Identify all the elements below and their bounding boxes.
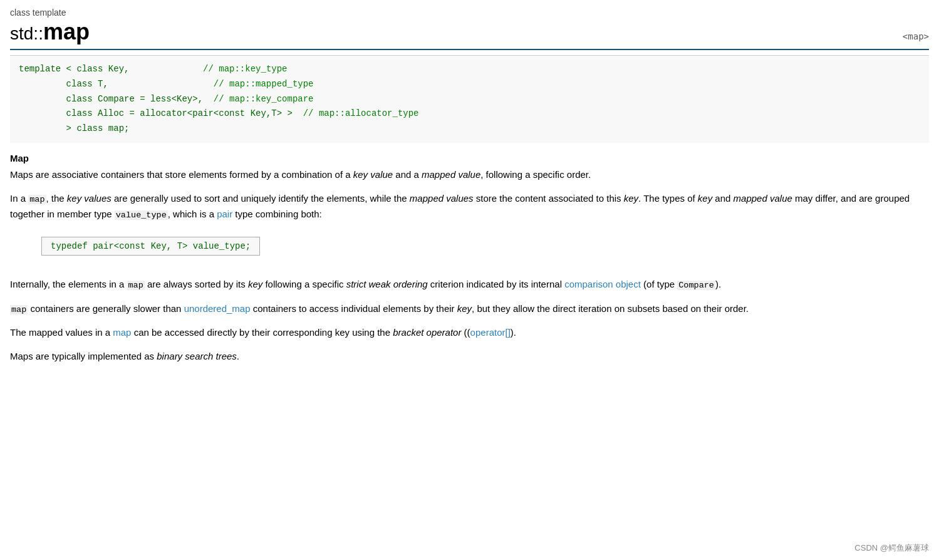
p3-text2: are always sorted by its (145, 279, 248, 289)
p2-mapped-value2: mapped value (734, 193, 792, 204)
paragraph-2: In a map, the key values are generally u… (10, 191, 929, 222)
p2-key-values: key values (67, 193, 112, 204)
p5-text2: can be accessed directly by their corres… (131, 327, 393, 338)
p2-text2: , the (46, 193, 67, 204)
p2-pair-link[interactable]: pair (217, 209, 232, 219)
paragraph-3: Internally, the elements in a map are al… (10, 277, 929, 293)
p3-key: key (248, 279, 262, 289)
p5-bracket-op: bracket operator (393, 327, 461, 338)
p4-unordered-map-link[interactable]: unordered_map (184, 303, 251, 314)
p5-text1: The mapped values in a (10, 327, 113, 338)
p5-text4: ). (511, 327, 516, 338)
p3-comparison-link[interactable]: comparison object (564, 279, 641, 289)
p2-text8: , which is a (168, 209, 217, 219)
p2-map-code: map (28, 195, 46, 204)
p3-text1: Internally, the elements in a (10, 279, 127, 289)
typedef-box-container: typedef pair<const Key, T> value_type; (10, 231, 929, 268)
p3-map-code: map (127, 281, 145, 290)
p1-text2: and a (393, 169, 422, 180)
p1-text3: , following a specific order. (480, 169, 591, 180)
paragraph-4: map containers are generally slower than… (10, 301, 929, 317)
paragraph-6: Maps are typically implemented as binary… (10, 349, 929, 364)
p4-text2: containers to access individual elements… (251, 303, 457, 314)
p5-operator-link[interactable]: operator[] (470, 327, 511, 338)
p3-compare-code: Compare (677, 281, 715, 290)
p4-text3: , but they allow the direct iteration on… (472, 303, 749, 314)
p3-swo: strict weak ordering (346, 279, 428, 289)
std-prefix: std:: (10, 24, 43, 43)
section-heading-map: Map (10, 153, 929, 163)
p6-text1: Maps are typically implemented as (10, 351, 157, 361)
p2-text1: In a (10, 193, 28, 204)
p3-text5: (of type (641, 279, 677, 289)
p5-text3: (( (461, 327, 470, 338)
page-title: std::map (10, 19, 90, 45)
template-line1: template < class Key, // map::key_type c… (19, 64, 419, 133)
title-line: std::map <map> (10, 19, 929, 50)
p4-map-code: map (10, 305, 28, 314)
p2-text6: and (712, 193, 733, 204)
p2-text9: type combining both: (232, 209, 322, 219)
p3-text3: following a specific (262, 279, 346, 289)
p5-map-link[interactable]: map (113, 327, 131, 338)
template-code-block: template < class Key, // map::key_type c… (10, 55, 929, 143)
p1-key-value: key value (353, 169, 393, 180)
p3-text4: criterion indicated by its internal (428, 279, 564, 289)
paragraph-1: Maps are associative containers that sto… (10, 167, 929, 182)
p1-text1: Maps are associative containers that sto… (10, 169, 353, 180)
p3-text6: ). (715, 279, 721, 289)
p6-bst: binary search trees (157, 351, 237, 361)
p2-value-type: value_type (115, 210, 168, 220)
p2-mapped-values: mapped values (410, 193, 474, 204)
p2-text4: store the content associated to this (474, 193, 624, 204)
p2-text3: are generally used to sort and uniquely … (112, 193, 410, 204)
map-title: map (43, 19, 90, 44)
p4-text1: containers are generally slower than (28, 303, 184, 314)
p2-key2: key (698, 193, 712, 204)
typedef-code-box: typedef pair<const Key, T> value_type; (41, 237, 260, 256)
header-file-link[interactable]: <map> (903, 31, 929, 41)
class-label: class template (10, 8, 929, 18)
p2-text5: . The types of (638, 193, 698, 204)
paragraph-5: The mapped values in a map can be access… (10, 325, 929, 340)
p1-mapped-value: mapped value (422, 169, 480, 180)
p4-key: key (457, 303, 472, 314)
p6-text2: . (237, 351, 239, 361)
p2-key: key (624, 193, 638, 204)
